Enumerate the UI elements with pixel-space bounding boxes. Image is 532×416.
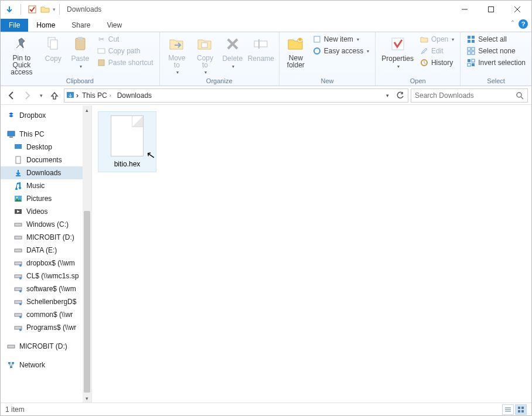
view-icons-button[interactable]: [515, 404, 527, 415]
close-button[interactable]: [504, 1, 530, 18]
network-drive-icon: [13, 271, 23, 281]
tree-windows-c[interactable]: Windows (C:): [1, 218, 91, 231]
breadcrumb-thispc[interactable]: This PC›: [80, 91, 114, 100]
new-item-icon: [312, 35, 322, 44]
tree-videos[interactable]: Videos: [1, 205, 91, 218]
svg-point-35: [517, 93, 521, 97]
network-drive-icon: [13, 284, 23, 294]
edit-icon: [420, 46, 429, 56]
view-details-button[interactable]: [502, 404, 514, 415]
scroll-down-icon[interactable]: ▾: [83, 394, 91, 403]
search-icon[interactable]: [516, 91, 524, 100]
svg-rect-62: [12, 362, 14, 364]
tree-documents[interactable]: Documents: [1, 154, 91, 166]
new-item-button[interactable]: New item▾: [310, 33, 371, 45]
chevron-right-icon[interactable]: ›: [76, 91, 79, 100]
folder-icon[interactable]: [40, 4, 50, 15]
select-all-button[interactable]: Select all: [464, 33, 528, 45]
svg-line-36: [521, 97, 523, 99]
scroll-thumb[interactable]: [84, 211, 90, 393]
svg-rect-68: [521, 407, 524, 409]
file-icon: ↖: [111, 115, 144, 156]
ribbon: Pin to Quick access Copy Paste ▾ ✂Cut Co…: [1, 32, 531, 86]
qat-dropdown-icon[interactable]: ▾: [53, 6, 56, 12]
search-box[interactable]: [411, 88, 528, 103]
tree-microbit-d[interactable]: MICROBIT (D:): [1, 231, 91, 244]
svg-point-19: [314, 48, 320, 54]
tab-view[interactable]: View: [98, 19, 130, 32]
tab-file[interactable]: File: [1, 19, 28, 32]
tree-microbit-d-2[interactable]: MICROBIT (D:): [1, 340, 91, 353]
nav-back-button[interactable]: [4, 88, 18, 103]
paste-shortcut-icon: [97, 58, 106, 67]
network-icon: [6, 360, 16, 370]
scroll-up-icon[interactable]: ▴: [83, 105, 91, 114]
breadcrumb-downloads[interactable]: Downloads: [115, 91, 154, 100]
invert-selection-button[interactable]: Invert selection: [464, 57, 528, 69]
svg-rect-22: [468, 36, 470, 39]
maximize-button[interactable]: [478, 1, 504, 18]
svg-rect-2: [488, 7, 493, 12]
tree-data-e[interactable]: DATA (E:): [1, 244, 91, 257]
move-to-button: Move to▾: [163, 33, 191, 76]
nav-scrollbar[interactable]: ▴ ▾: [83, 105, 91, 403]
tree-pictures[interactable]: Pictures: [1, 192, 91, 205]
drive-icon: [6, 342, 16, 351]
tree-network[interactable]: Network: [1, 359, 91, 371]
tree-net-common[interactable]: common$ (\\wr: [1, 308, 91, 321]
svg-rect-40: [16, 156, 21, 163]
checkbox-icon[interactable]: [27, 4, 37, 15]
group-label-organize: Organize: [163, 77, 275, 86]
documents-icon: [13, 155, 23, 165]
svg-rect-33: [472, 63, 475, 66]
history-button[interactable]: History: [417, 57, 456, 69]
tree-net-software[interactable]: software$ (\\wm: [1, 282, 91, 295]
easy-access-button[interactable]: Easy access▾: [310, 45, 371, 57]
network-drive-icon: [13, 258, 23, 268]
drive-icon: [13, 220, 23, 229]
svg-point-43: [16, 197, 18, 199]
tree-downloads[interactable]: Downloads: [1, 166, 91, 179]
minimize-button[interactable]: [451, 1, 478, 18]
file-item[interactable]: ↖ bitio.hex: [98, 111, 156, 172]
tree-net-programs[interactable]: Programs$ (\\wr: [1, 321, 91, 334]
pin-to-quick-access-button[interactable]: Pin to Quick access: [4, 33, 39, 77]
downloads-location-icon: [66, 91, 75, 100]
file-list-area[interactable]: ↖ bitio.hex: [92, 105, 531, 403]
select-none-button[interactable]: Select none: [464, 45, 528, 57]
svg-rect-37: [8, 131, 15, 136]
group-label-open: Open: [379, 77, 456, 86]
pc-icon: [6, 129, 16, 139]
address-bar[interactable]: › This PC› Downloads ▾: [64, 88, 408, 103]
tree-desktop[interactable]: Desktop: [1, 141, 91, 154]
svg-rect-26: [468, 47, 470, 50]
svg-rect-47: [15, 249, 22, 252]
dropbox-icon: [6, 111, 16, 120]
properties-button[interactable]: Properties▾: [379, 33, 416, 70]
svg-rect-70: [521, 410, 524, 412]
tab-home[interactable]: Home: [28, 19, 63, 32]
tree-music[interactable]: Music: [1, 179, 91, 192]
search-input[interactable]: [415, 91, 516, 100]
down-arrow-icon[interactable]: [4, 4, 15, 15]
open-icon: [420, 35, 429, 44]
tab-share[interactable]: Share: [63, 19, 98, 32]
address-dropdown-button[interactable]: ▾: [381, 89, 394, 102]
collapse-ribbon-icon[interactable]: ˆ: [511, 20, 514, 28]
select-all-icon: [466, 35, 476, 44]
network-drive-icon: [13, 297, 23, 306]
tree-thispc[interactable]: This PC: [1, 128, 91, 141]
nav-up-button[interactable]: [47, 88, 62, 103]
tree-net-schellenberg[interactable]: SchellenbergD$: [1, 295, 91, 308]
refresh-button[interactable]: [394, 89, 407, 102]
nav-recent-dropdown[interactable]: ▾: [37, 88, 45, 103]
tree-dropbox[interactable]: Dropbox: [1, 109, 91, 122]
new-folder-button[interactable]: ✦ New folder: [283, 33, 309, 70]
rename-icon: [251, 35, 270, 53]
help-icon[interactable]: ?: [519, 19, 528, 29]
rename-button: Rename: [247, 33, 275, 64]
network-drive-icon: [13, 310, 23, 319]
svg-rect-30: [468, 59, 470, 62]
tree-net-dropbox[interactable]: dropbox$ (\\wm: [1, 257, 91, 270]
tree-net-cl[interactable]: CL$ (\\wmc1s.sp: [1, 270, 91, 282]
